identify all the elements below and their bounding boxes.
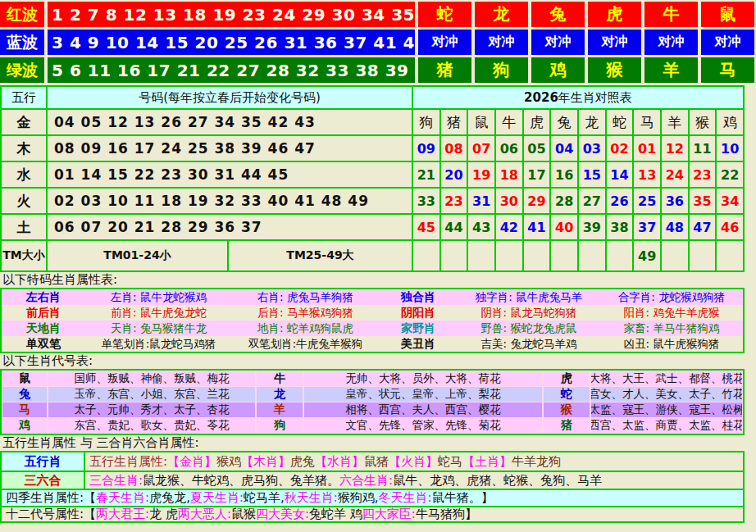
attribute-value: 阳肖: 鸡兔牛羊虎猴: [624, 306, 720, 321]
code-name-row: 兔玉帝、东宫、小姐、东宫、兰花龙皇帝、状元、皇帝、上帝、梨花蛇宫女、才人、美女、…: [2, 387, 742, 402]
attribute-value: 地肖: 蛇羊鸡狗鼠虎: [257, 321, 353, 336]
wave-zodiac-cell: 对冲: [644, 30, 698, 55]
zodiac-number-cell: [662, 241, 688, 271]
attribute-row: 前后肖前肖: 鼠牛虎兔龙蛇后肖: 马羊猴鸡狗猪阴阳肖阴肖: 鼠龙马蛇狗猪阳肖: …: [2, 305, 743, 321]
text-segment: 【水肖】: [315, 454, 364, 470]
text-segment: 【金肖】: [167, 454, 216, 470]
code-name-row: 鼠国师、叛贼、神偷、叛贼、梅花牛无帅、大将、员外、大将、荷花虎大将、大王、武士、…: [2, 371, 742, 386]
text-segment: 虎兔龙,: [149, 490, 190, 506]
text-segment: 四大家臣:: [362, 507, 416, 521]
attribute-group-label: 美丑肖: [379, 337, 458, 352]
attribute-value: 凶丑: 鼠牛虎猴狗猪: [624, 337, 720, 352]
zodiac-number-cell: 23: [441, 189, 467, 213]
zodiac-number-cell: 38: [607, 215, 633, 239]
wave-zodiac-cell: 对冲: [701, 30, 754, 55]
zodiac-attributes-table: 左右肖左肖: 鼠牛龙蛇猴鸡右肖: 虎兔马羊狗猪独合肖独字肖: 鼠牛虎兔马羊合字肖…: [0, 288, 745, 353]
zodiac-code-animal: 猪: [544, 418, 590, 433]
zodiac-number-cell: 34: [717, 189, 743, 213]
text-segment: 【木肖】: [241, 454, 290, 470]
attribute-value: 家畜: 羊马牛猪狗鸡: [624, 321, 720, 336]
zodiac-column-header: 羊: [662, 110, 688, 134]
element-numbers: 04 05 12 13 26 27 34 35 42 43: [48, 110, 412, 134]
attribute-value: 天肖: 兔马猴猪牛龙: [111, 321, 207, 336]
wave-zodiac-cell: 龙: [475, 2, 528, 27]
zodiac-number-cell: 05: [524, 136, 550, 161]
element-numbers: 01 14 15 22 23 30 31 44 45: [48, 162, 412, 187]
zodiac-code-names: 宫女、才人、美女、太子、竹花: [591, 387, 742, 402]
wave-row-green: 绿波5 6 11 16 17 21 22 27 28 32 33 38 39 4…: [0, 57, 756, 83]
wave-label: 蓝波: [0, 30, 44, 55]
element-label: 水: [2, 162, 46, 187]
zodiac-number-cell: 39: [579, 215, 605, 239]
wave-row-blue: 蓝波3 4 9 10 14 15 20 25 26 31 36 37 41 42…: [0, 30, 756, 55]
codes-section-title: 以下生肖代号表:: [0, 353, 756, 369]
text-segment: 蛇马: [438, 454, 462, 470]
wave-zodiac-cell: 鼠: [701, 2, 754, 27]
zodiac-number-cell: 08: [441, 136, 467, 161]
text-segment: 龙 虎: [149, 507, 178, 521]
zodiac-number-cell: 11: [690, 136, 716, 161]
attribute-value: 独字肖: 鼠牛虎兔马羊: [476, 290, 582, 305]
zodiac-code-names: 西宫、太监、商贾、太监、桂花: [591, 418, 742, 433]
text-segment: 牛马猪狗】: [416, 507, 477, 521]
zodiac-column-header: 马: [634, 110, 660, 134]
attribute-values: 独字肖: 鼠牛虎兔马羊合字肖: 龙蛇猴鸡狗猪: [458, 290, 743, 305]
attribute-row: 单双笔单笔划肖:鼠龙蛇马鸡猪双笔划肖:牛虎兔羊猴狗美丑肖吉美: 兔龙蛇马羊鸡凶丑…: [2, 336, 743, 352]
text-segment: 牛羊龙狗: [512, 454, 561, 470]
zodiac-number-cell: 12: [662, 136, 688, 161]
text-segment: 猴狗鸡,: [338, 490, 379, 506]
attribute-value: 左肖: 鼠牛龙蛇猴鸡: [111, 290, 207, 305]
zodiac-number-cell: 46: [717, 215, 743, 239]
zodiac-number-cell: 25: [634, 189, 660, 213]
text-segment: 十二代号属性:【: [6, 507, 96, 521]
zodiac-code-names-table: 鼠国师、叛贼、神偷、叛贼、梅花牛无帅、大将、员外、大将、荷花虎大将、大王、武士、…: [0, 369, 745, 435]
bottom-row-content: 五行生肖属性:【金肖】猴鸡 【木肖】虎兔 【水肖】鼠猪 【火肖】蛇马 【土肖】牛…: [85, 452, 743, 471]
zodiac-number-cell: 06: [496, 136, 522, 161]
wave-zodiac-cell: 兔: [531, 2, 585, 27]
zodiac-code-animal: 虎: [544, 371, 590, 386]
zodiac-number-cell: 49: [634, 241, 660, 271]
tm-size-label: TM大小: [2, 241, 46, 271]
attribute-group-label: 天地肖: [2, 321, 85, 336]
attribute-value: 前肖: 鼠牛虎兔龙蛇: [111, 306, 207, 321]
wave-zodiac-cell: 狗: [475, 57, 528, 83]
zodiac-column-header: 猪: [441, 110, 467, 134]
wave-zodiac-cell: 鸡: [531, 57, 585, 83]
attribute-value: 后肖: 马羊猴鸡狗猪: [257, 306, 353, 321]
zodiac-number-cell: [524, 241, 550, 271]
zodiac-year-header: 2026年生肖对照表: [413, 87, 743, 108]
text-segment: 两大恶人:: [178, 507, 231, 521]
zodiac-code-animal: 鸡: [2, 418, 47, 433]
zodiac-number-cell: 03: [579, 136, 605, 161]
zodiac-code-names: 国师、叛贼、神偷、叛贼、梅花: [48, 371, 255, 386]
element-numbers: 06 07 20 21 28 29 36 37: [48, 215, 412, 239]
text-segment: 四季生肖属性:【: [6, 490, 96, 506]
text-segment: 兔蛇羊 鸡: [309, 507, 362, 521]
zodiac-column-header: 虎: [524, 110, 550, 134]
wave-row-red: 红波1 2 7 8 12 13 18 19 23 24 29 30 34 35 …: [0, 2, 756, 27]
attribute-value: 合字肖: 龙蛇猴鸡狗猪: [618, 290, 725, 305]
text-segment: 蛇马羊,: [244, 490, 285, 506]
zodiac-number-cell: 23: [690, 162, 716, 187]
attribute-values: 吉美: 兔龙蛇马羊鸡凶丑: 鼠牛虎猴狗猪: [458, 337, 743, 352]
zodiac-number-cell: [690, 241, 716, 271]
bottom-row: 十二代号属性:【两大君王: 龙 虎 两大恶人: 鼠猴 四大美女: 兔蛇羊 鸡 四…: [2, 506, 743, 521]
bottom-row: 四季生肖属性:【春天生肖: 虎兔龙, 夏天生肖: 蛇马羊, 秋天生肖: 猴狗鸡,…: [2, 489, 743, 506]
zodiac-reference-page: 红波1 2 7 8 12 13 18 19 23 24 29 30 34 35 …: [0, 0, 756, 532]
attribute-group-label: 独合肖: [379, 290, 458, 305]
attribute-values: 野兽: 猴蛇龙兔虎鼠家畜: 羊马牛猪狗鸡: [458, 321, 743, 336]
attribute-value: 右肖: 虎兔马羊狗猪: [257, 290, 353, 305]
zodiac-number-cell: 04: [551, 136, 577, 161]
attribute-group-label: 阴阳肖: [379, 306, 458, 321]
attribute-values: 前肖: 鼠牛虎兔龙蛇后肖: 马羊猴鸡狗猪: [85, 306, 379, 321]
zodiac-code-names: 皇帝、状元、皇帝、上帝、梨花: [304, 387, 542, 402]
text-segment: 【土肖】: [462, 454, 512, 470]
zodiac-number-cell: 19: [468, 162, 494, 187]
text-segment: 鼠猴: [231, 507, 256, 521]
zodiac-code-names: 东宫、贵妃、歌女、贵妃、苓花: [48, 418, 255, 433]
zodiac-code-animal: 猴: [544, 402, 590, 417]
zodiac-number-cell: 15: [579, 162, 605, 187]
attribute-values: 天肖: 兔马猴猪牛龙地肖: 蛇羊鸡狗鼠虎: [85, 321, 379, 336]
zodiac-code-names: 太子、元帅、秀才、太子、杏花: [48, 402, 255, 417]
zodiac-code-animal: 狗: [257, 418, 303, 433]
